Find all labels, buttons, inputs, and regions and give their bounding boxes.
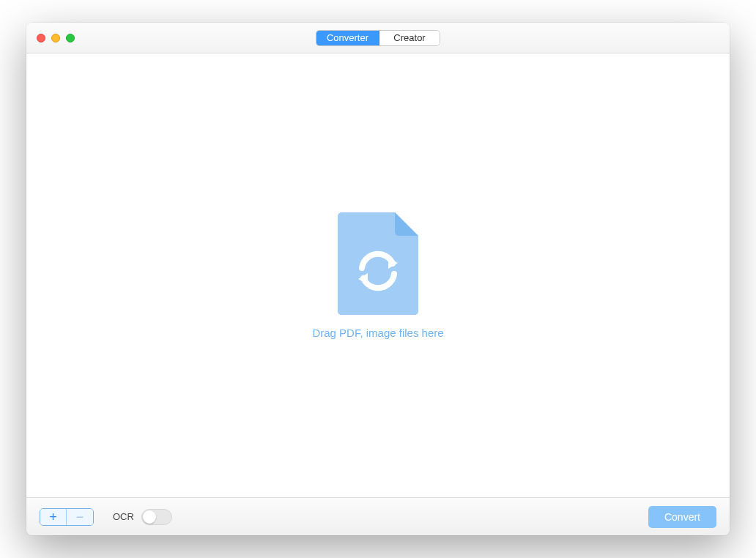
add-file-button[interactable]: + (40, 509, 67, 525)
tab-creator[interactable]: Creator (379, 31, 440, 45)
add-remove-group: + − (40, 508, 94, 526)
footer-bar: + − OCR Convert (26, 497, 730, 535)
minimize-window-button[interactable] (51, 34, 60, 42)
maximize-window-button[interactable] (66, 34, 75, 42)
switch-knob (143, 510, 156, 524)
convert-button[interactable]: Convert (648, 506, 716, 528)
plus-icon: + (49, 510, 57, 524)
dropzone-label: Drag PDF, image files here (312, 327, 443, 339)
tab-label: Converter (327, 32, 368, 43)
content-area[interactable]: Drag PDF, image files here (26, 53, 730, 497)
window-controls (37, 34, 75, 42)
app-window: Converter Creator Drag PDF, image files … (26, 23, 730, 535)
ocr-toggle[interactable] (141, 509, 172, 525)
tab-label: Creator (393, 32, 425, 43)
convert-button-label: Convert (664, 511, 700, 523)
ocr-label: OCR (113, 511, 134, 522)
minus-icon: − (76, 510, 84, 524)
remove-file-button[interactable]: − (67, 509, 93, 525)
close-window-button[interactable] (37, 34, 45, 42)
tab-converter[interactable]: Converter (316, 31, 379, 45)
convert-file-icon (338, 212, 418, 315)
mode-tabs: Converter Creator (316, 30, 440, 46)
title-bar: Converter Creator (26, 23, 730, 53)
ocr-group: OCR (113, 509, 172, 525)
